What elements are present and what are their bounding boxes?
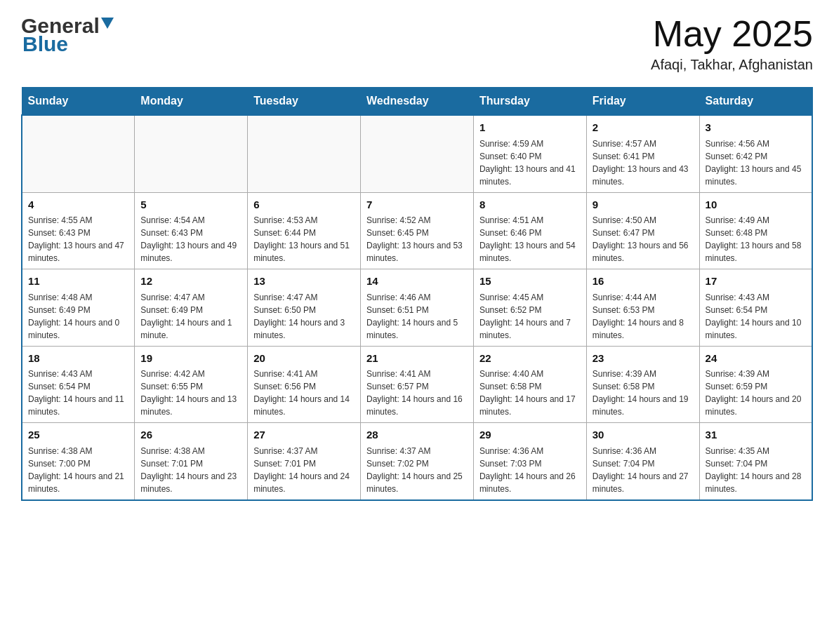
table-row: 4Sunrise: 4:55 AMSunset: 6:43 PMDaylight… <box>22 192 135 269</box>
day-number: 18 <box>28 351 128 367</box>
table-row: 17Sunrise: 4:43 AMSunset: 6:54 PMDayligh… <box>699 269 812 347</box>
table-row: 16Sunrise: 4:44 AMSunset: 6:53 PMDayligh… <box>586 269 699 347</box>
day-info: Sunrise: 4:57 AMSunset: 6:41 PMDaylight:… <box>593 137 694 188</box>
table-row <box>361 115 474 192</box>
col-saturday: Saturday <box>699 88 812 116</box>
day-info: Sunrise: 4:42 AMSunset: 6:55 PMDaylight:… <box>140 368 241 418</box>
day-info: Sunrise: 4:43 AMSunset: 6:54 PMDaylight:… <box>28 368 128 418</box>
table-row: 31Sunrise: 4:35 AMSunset: 7:04 PMDayligh… <box>699 423 812 500</box>
day-info: Sunrise: 4:55 AMSunset: 6:43 PMDaylight:… <box>28 214 128 264</box>
day-info: Sunrise: 4:43 AMSunset: 6:54 PMDaylight:… <box>706 291 806 342</box>
day-number: 13 <box>253 274 355 290</box>
calendar-title-block: May 2025 Afaqi, Takhar, Afghanistan <box>651 14 813 73</box>
table-row <box>22 115 135 192</box>
day-info: Sunrise: 4:54 AMSunset: 6:43 PMDaylight:… <box>140 214 241 264</box>
table-row: 22Sunrise: 4:40 AMSunset: 6:58 PMDayligh… <box>473 346 586 423</box>
day-info: Sunrise: 4:52 AMSunset: 6:45 PMDaylight:… <box>366 214 468 264</box>
table-row: 5Sunrise: 4:54 AMSunset: 6:43 PMDaylight… <box>135 192 248 269</box>
calendar-week-row: 18Sunrise: 4:43 AMSunset: 6:54 PMDayligh… <box>22 346 812 423</box>
day-info: Sunrise: 4:47 AMSunset: 6:50 PMDaylight:… <box>253 291 355 342</box>
table-row: 14Sunrise: 4:46 AMSunset: 6:51 PMDayligh… <box>361 269 474 347</box>
day-info: Sunrise: 4:37 AMSunset: 7:01 PMDaylight:… <box>253 445 355 495</box>
day-number: 9 <box>593 197 694 213</box>
logo: General Blue <box>21 14 114 56</box>
table-row: 28Sunrise: 4:37 AMSunset: 7:02 PMDayligh… <box>361 423 474 500</box>
day-info: Sunrise: 4:44 AMSunset: 6:53 PMDaylight:… <box>593 291 694 342</box>
day-info: Sunrise: 4:37 AMSunset: 7:02 PMDaylight:… <box>366 445 468 495</box>
day-info: Sunrise: 4:46 AMSunset: 6:51 PMDaylight:… <box>366 291 468 342</box>
logo-triangle-icon <box>101 18 114 29</box>
day-number: 8 <box>479 197 581 213</box>
table-row: 6Sunrise: 4:53 AMSunset: 6:44 PMDaylight… <box>248 192 361 269</box>
day-info: Sunrise: 4:36 AMSunset: 7:04 PMDaylight:… <box>593 445 694 495</box>
day-number: 17 <box>706 274 806 290</box>
day-number: 31 <box>706 427 806 443</box>
table-row: 3Sunrise: 4:56 AMSunset: 6:42 PMDaylight… <box>699 115 812 192</box>
day-info: Sunrise: 4:49 AMSunset: 6:48 PMDaylight:… <box>706 214 806 264</box>
day-number: 24 <box>706 351 806 367</box>
day-info: Sunrise: 4:47 AMSunset: 6:49 PMDaylight:… <box>140 291 241 342</box>
table-row: 27Sunrise: 4:37 AMSunset: 7:01 PMDayligh… <box>248 423 361 500</box>
day-number: 29 <box>479 427 581 443</box>
day-number: 3 <box>706 120 806 136</box>
day-info: Sunrise: 4:56 AMSunset: 6:42 PMDaylight:… <box>706 137 806 188</box>
table-row: 25Sunrise: 4:38 AMSunset: 7:00 PMDayligh… <box>22 423 135 500</box>
day-number: 6 <box>253 197 355 213</box>
day-number: 20 <box>253 351 355 367</box>
day-number: 10 <box>706 197 806 213</box>
day-number: 22 <box>479 351 581 367</box>
day-info: Sunrise: 4:35 AMSunset: 7:04 PMDaylight:… <box>706 445 806 495</box>
calendar-week-row: 4Sunrise: 4:55 AMSunset: 6:43 PMDaylight… <box>22 192 812 269</box>
table-row <box>135 115 248 192</box>
day-number: 12 <box>140 274 241 290</box>
day-info: Sunrise: 4:48 AMSunset: 6:49 PMDaylight:… <box>28 291 128 342</box>
col-thursday: Thursday <box>473 88 586 116</box>
day-number: 7 <box>366 197 468 213</box>
day-number: 21 <box>366 351 468 367</box>
table-row: 29Sunrise: 4:36 AMSunset: 7:03 PMDayligh… <box>473 423 586 500</box>
day-number: 5 <box>140 197 241 213</box>
table-row: 11Sunrise: 4:48 AMSunset: 6:49 PMDayligh… <box>22 269 135 347</box>
day-info: Sunrise: 4:53 AMSunset: 6:44 PMDaylight:… <box>253 214 355 264</box>
day-number: 14 <box>366 274 468 290</box>
calendar-table: Sunday Monday Tuesday Wednesday Thursday… <box>21 87 813 501</box>
day-number: 11 <box>28 274 128 290</box>
table-row: 26Sunrise: 4:38 AMSunset: 7:01 PMDayligh… <box>135 423 248 500</box>
logo-blue-text: Blue <box>22 32 114 56</box>
day-info: Sunrise: 4:51 AMSunset: 6:46 PMDaylight:… <box>479 214 581 264</box>
day-info: Sunrise: 4:36 AMSunset: 7:03 PMDaylight:… <box>479 445 581 495</box>
calendar-week-row: 1Sunrise: 4:59 AMSunset: 6:40 PMDaylight… <box>22 115 812 192</box>
day-number: 25 <box>28 427 128 443</box>
col-wednesday: Wednesday <box>361 88 474 116</box>
location-subtitle: Afaqi, Takhar, Afghanistan <box>651 57 813 73</box>
table-row: 21Sunrise: 4:41 AMSunset: 6:57 PMDayligh… <box>361 346 474 423</box>
table-row <box>248 115 361 192</box>
day-number: 23 <box>593 351 694 367</box>
calendar-header-row: Sunday Monday Tuesday Wednesday Thursday… <box>22 88 812 116</box>
day-number: 19 <box>140 351 241 367</box>
col-monday: Monday <box>135 88 248 116</box>
day-number: 1 <box>479 120 581 136</box>
table-row: 9Sunrise: 4:50 AMSunset: 6:47 PMDaylight… <box>586 192 699 269</box>
day-info: Sunrise: 4:39 AMSunset: 6:58 PMDaylight:… <box>593 368 694 418</box>
day-number: 28 <box>366 427 468 443</box>
day-number: 15 <box>479 274 581 290</box>
table-row: 12Sunrise: 4:47 AMSunset: 6:49 PMDayligh… <box>135 269 248 347</box>
day-info: Sunrise: 4:41 AMSunset: 6:57 PMDaylight:… <box>366 368 468 418</box>
day-info: Sunrise: 4:38 AMSunset: 7:01 PMDaylight:… <box>140 445 241 495</box>
table-row: 15Sunrise: 4:45 AMSunset: 6:52 PMDayligh… <box>473 269 586 347</box>
col-sunday: Sunday <box>22 88 135 116</box>
table-row: 23Sunrise: 4:39 AMSunset: 6:58 PMDayligh… <box>586 346 699 423</box>
table-row: 7Sunrise: 4:52 AMSunset: 6:45 PMDaylight… <box>361 192 474 269</box>
table-row: 1Sunrise: 4:59 AMSunset: 6:40 PMDaylight… <box>473 115 586 192</box>
table-row: 30Sunrise: 4:36 AMSunset: 7:04 PMDayligh… <box>586 423 699 500</box>
day-number: 27 <box>253 427 355 443</box>
day-number: 30 <box>593 427 694 443</box>
table-row: 10Sunrise: 4:49 AMSunset: 6:48 PMDayligh… <box>699 192 812 269</box>
table-row: 19Sunrise: 4:42 AMSunset: 6:55 PMDayligh… <box>135 346 248 423</box>
month-year-title: May 2025 <box>651 14 813 54</box>
table-row: 13Sunrise: 4:47 AMSunset: 6:50 PMDayligh… <box>248 269 361 347</box>
table-row: 18Sunrise: 4:43 AMSunset: 6:54 PMDayligh… <box>22 346 135 423</box>
day-number: 4 <box>28 197 128 213</box>
col-friday: Friday <box>586 88 699 116</box>
